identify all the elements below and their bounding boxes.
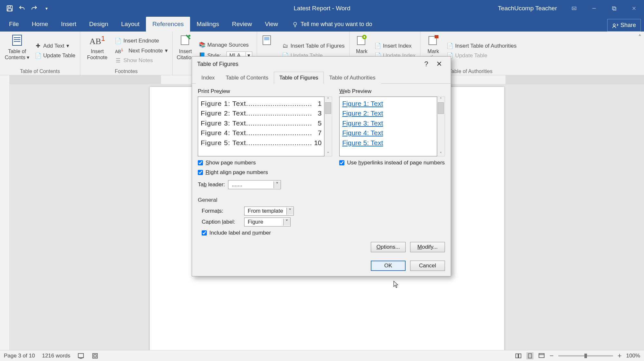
toc-icon xyxy=(10,33,24,47)
undo-icon[interactable] xyxy=(18,5,26,12)
tab-view[interactable]: View xyxy=(258,17,284,32)
svg-rect-3 xyxy=(572,7,576,10)
right-align-checkbox[interactable]: Right align page numbers xyxy=(198,169,332,176)
ok-button[interactable]: OK xyxy=(371,261,406,271)
include-label-checkbox[interactable]: Include label and number xyxy=(202,230,445,236)
mark-citation-icon xyxy=(427,33,440,47)
use-hyperlinks-checkbox[interactable]: Use hyperlinks instead of page numbers xyxy=(339,160,445,166)
footnote-icon: AB1 xyxy=(91,33,104,47)
insert-endnote-button[interactable]: 📄Insert Endnote xyxy=(114,37,169,45)
web-preview-scrollbar[interactable]: ˄˅ xyxy=(437,97,445,156)
tab-design[interactable]: Design xyxy=(83,17,115,32)
scroll-up-icon[interactable]: ˄ xyxy=(440,97,442,102)
modify-button[interactable]: Modify... xyxy=(410,242,445,252)
insert-index-button[interactable]: 📄Insert Index xyxy=(373,42,417,50)
show-page-numbers-checkbox[interactable]: Show page numbers xyxy=(198,160,332,166)
share-label: Share xyxy=(620,22,636,29)
svg-rect-29 xyxy=(539,353,544,357)
print-preview-box: Figure 1: Text..........................… xyxy=(198,97,324,156)
manage-sources-icon: 📚 xyxy=(199,42,206,48)
tab-review[interactable]: Review xyxy=(226,17,258,32)
scroll-down-icon[interactable]: ˅ xyxy=(440,151,442,156)
chevron-down-icon[interactable]: ˅ xyxy=(286,208,293,215)
minimize-icon[interactable] xyxy=(584,0,604,17)
dialog-tab-index[interactable]: Index xyxy=(196,72,220,84)
next-footnote-button[interactable]: AB1 Next Footnote ▾ xyxy=(114,47,169,55)
caption-label-select[interactable]: Figure˅ xyxy=(244,218,291,227)
cancel-button[interactable]: Cancel xyxy=(410,261,445,271)
read-mode-icon[interactable] xyxy=(515,352,522,359)
dialog-tab-toc[interactable]: Table of Contents xyxy=(220,72,274,84)
dialog-tab-toa[interactable]: Table of Authorities xyxy=(324,72,381,84)
redo-icon[interactable] xyxy=(30,5,38,12)
quick-access-toolbar: ▾ xyxy=(0,5,50,12)
spellcheck-icon[interactable] xyxy=(77,352,84,359)
tab-leader-select[interactable]: .......˅ xyxy=(228,180,281,189)
web-layout-icon[interactable] xyxy=(538,352,545,359)
status-page[interactable]: Page 3 of 10 xyxy=(4,353,35,359)
insert-toa-button[interactable]: 📄Insert Table of Authorities xyxy=(446,42,518,50)
insert-footnote-button[interactable]: AB1 Insert Footnote xyxy=(83,33,111,68)
share-icon xyxy=(612,22,619,29)
svg-rect-28 xyxy=(528,354,532,358)
table-of-contents-button[interactable]: Table of Contents ▾ xyxy=(3,33,31,68)
manage-sources-button[interactable]: 📚Manage Sources xyxy=(198,41,254,49)
insert-table-of-figures-button[interactable]: 🗂Insert Table of Figures xyxy=(281,42,346,50)
tab-layout[interactable]: Layout xyxy=(115,17,146,32)
mark-entry-icon xyxy=(355,33,369,47)
print-preview-scrollbar[interactable]: ˄˅ xyxy=(324,97,332,156)
options-button[interactable]: Options... xyxy=(371,242,406,252)
macro-icon[interactable] xyxy=(91,352,99,359)
vertical-ruler[interactable] xyxy=(0,75,10,350)
add-text-button[interactable]: ✚Add Text ▾ xyxy=(34,42,77,50)
add-text-icon: ✚ xyxy=(35,43,41,49)
svg-rect-20 xyxy=(264,37,269,40)
dialog-close-button[interactable]: ✕ xyxy=(433,60,446,68)
zoom-out-button[interactable]: − xyxy=(550,352,554,360)
svg-point-12 xyxy=(613,24,615,26)
formats-select[interactable]: From template˅ xyxy=(244,207,294,216)
group-label-footnotes: Footnotes xyxy=(83,68,169,74)
svg-rect-5 xyxy=(612,7,615,10)
tell-me-label: Tell me what you want to do xyxy=(301,21,372,28)
tab-home[interactable]: Home xyxy=(25,17,55,32)
customize-qat-icon[interactable]: ▾ xyxy=(43,5,50,12)
scroll-up-icon[interactable]: ˄ xyxy=(327,97,329,102)
dialog-tab-tof[interactable]: Table of Figures xyxy=(274,72,324,84)
lightbulb-icon xyxy=(292,22,298,27)
print-layout-icon[interactable] xyxy=(526,352,533,359)
svg-rect-1 xyxy=(8,6,10,8)
tab-leader-label: Tab leader: xyxy=(198,181,225,188)
share-button[interactable]: Share xyxy=(607,19,641,32)
chevron-down-icon[interactable]: ˅ xyxy=(274,181,281,188)
dialog-help-button[interactable]: ? xyxy=(420,60,433,68)
svg-point-9 xyxy=(294,22,297,25)
close-icon[interactable] xyxy=(624,0,644,17)
tab-file[interactable]: File xyxy=(3,17,25,32)
maximize-icon[interactable] xyxy=(604,0,624,17)
print-preview-label: Print Preview xyxy=(198,88,332,95)
endnote-icon: 📄 xyxy=(115,38,121,44)
scroll-down-icon[interactable]: ˅ xyxy=(327,151,329,156)
svg-rect-13 xyxy=(13,35,22,45)
update-table-button[interactable]: 📄Update Table xyxy=(34,52,77,60)
status-words[interactable]: 1216 words xyxy=(42,353,70,359)
insert-index-icon: 📄 xyxy=(375,43,381,49)
caption-label-label: Caption label: xyxy=(202,219,241,225)
tab-insert[interactable]: Insert xyxy=(54,17,83,32)
show-notes-icon: ☰ xyxy=(115,57,121,64)
general-label: General xyxy=(198,197,445,203)
save-icon[interactable] xyxy=(6,5,14,12)
group-footnotes: AB1 Insert Footnote 📄Insert Endnote AB1 … xyxy=(80,32,173,75)
collapse-ribbon-icon[interactable]: ˄ xyxy=(638,33,641,41)
tell-me-search[interactable]: Tell me what you want to do xyxy=(292,17,372,32)
caption-icon xyxy=(261,33,274,47)
zoom-value[interactable]: 100% xyxy=(626,353,640,359)
tab-mailings[interactable]: Mailings xyxy=(190,17,226,32)
tab-references[interactable]: References xyxy=(146,17,190,32)
zoom-in-button[interactable]: + xyxy=(618,352,622,360)
ribbon-options-icon[interactable] xyxy=(564,0,584,17)
svg-rect-2 xyxy=(8,9,12,11)
chevron-down-icon[interactable]: ˅ xyxy=(283,219,290,226)
zoom-slider[interactable] xyxy=(558,355,613,356)
